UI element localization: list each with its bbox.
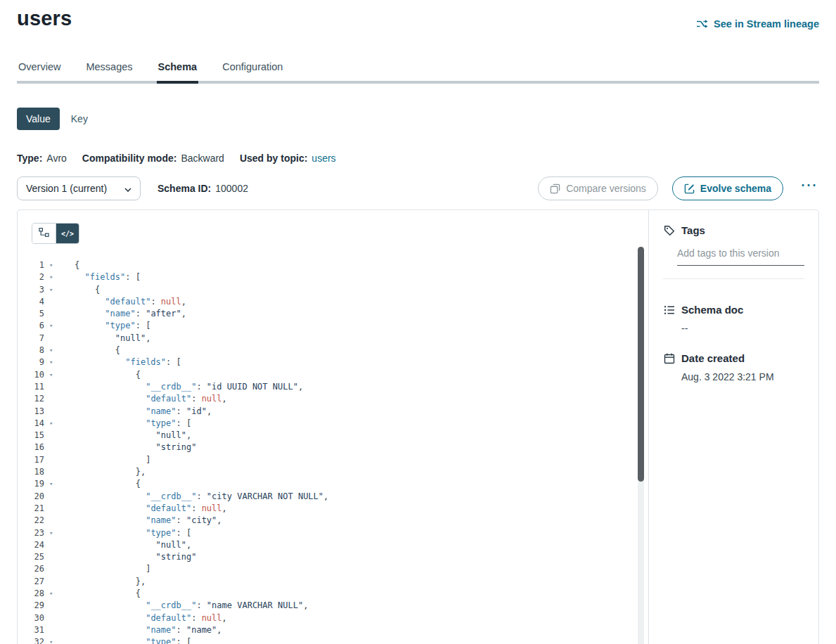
evolve-schema-button[interactable]: Evolve schema	[672, 176, 783, 200]
topic-link[interactable]: users	[311, 153, 335, 164]
code-text: ]	[75, 563, 150, 575]
code-text: "type": [	[75, 418, 191, 430]
edit-icon	[684, 183, 695, 194]
schema-id-value: 100002	[215, 183, 248, 194]
chevron-down-icon	[124, 183, 131, 194]
line-number: 1	[18, 259, 44, 271]
fold-spacer	[49, 600, 59, 612]
tab-messages[interactable]: Messages	[84, 56, 134, 81]
collapse-arrow-icon[interactable]: ▾	[49, 418, 59, 430]
collapse-arrow-icon[interactable]: ▾	[49, 636, 59, 644]
code-line: 21 "default": null,	[18, 503, 648, 515]
date-created-value: Aug. 3 2022 3:21 PM	[681, 371, 804, 382]
version-select[interactable]: Version 1 (current)	[17, 176, 141, 200]
date-created-header: Date created	[663, 352, 804, 364]
line-number: 24	[18, 539, 44, 551]
code-line: 14▾ "type": [	[18, 418, 648, 430]
editor-scrollbar[interactable]	[638, 247, 644, 644]
code-line: 11 "__crdb__": "id UUID NOT NULL",	[18, 381, 648, 393]
code-text: ]	[75, 454, 150, 466]
code-text: "type": [	[75, 527, 191, 539]
fold-spacer	[49, 491, 59, 503]
type-value: Avro	[46, 153, 67, 164]
fold-spacer	[49, 624, 59, 636]
stream-lineage-link[interactable]: See in Stream lineage	[696, 18, 819, 30]
code-text: {	[75, 369, 141, 381]
line-number: 23	[18, 527, 44, 539]
compare-icon	[550, 183, 560, 194]
line-number: 32	[18, 636, 44, 644]
code-text: "default": null,	[75, 296, 186, 308]
code-text: "__crdb__": "city VARCHAR NOT NULL",	[75, 491, 328, 503]
code-text: {	[75, 344, 120, 356]
fold-spacer	[49, 454, 59, 466]
code-line: 30 "default": null,	[18, 612, 648, 624]
code-line: 13 "name": "id",	[18, 406, 648, 418]
code-text: "string"	[75, 551, 196, 563]
schema-meta: Type: Avro Compatibility mode: Backward …	[17, 153, 819, 164]
code-lines: 1▾{2▾ "fields": [3▾ {4 "default": null,5…	[18, 259, 648, 644]
fold-spacer	[49, 296, 59, 308]
tab-schema[interactable]: Schema	[157, 56, 199, 81]
fold-spacer	[49, 612, 59, 624]
code-text: {	[75, 284, 100, 296]
tab-overview[interactable]: Overview	[17, 56, 62, 81]
collapse-arrow-icon[interactable]: ▾	[49, 271, 59, 283]
line-number: 10	[18, 369, 44, 381]
used-by-topic-label: Used by topic:	[240, 153, 307, 164]
code-line: 27 },	[18, 576, 648, 588]
line-number: 6	[18, 320, 44, 332]
code-text: "name": "id",	[75, 406, 212, 418]
code-text: },	[75, 466, 146, 478]
code-line: 9▾ "fields": [	[18, 356, 648, 368]
line-number: 5	[18, 308, 44, 320]
code-line: 10▾ {	[18, 369, 648, 381]
line-number: 31	[18, 624, 44, 636]
code-line: 2▾ "fields": [	[18, 271, 648, 283]
tags-header: Tags	[663, 224, 804, 236]
schema-page: users See in Stream lineage Overview Mes…	[0, 7, 836, 644]
tree-view-button[interactable]	[32, 224, 56, 243]
tab-configuration[interactable]: Configuration	[221, 56, 284, 81]
line-number: 30	[18, 612, 44, 624]
fold-spacer	[49, 393, 59, 405]
fold-spacer	[49, 515, 59, 527]
line-number: 20	[18, 491, 44, 503]
scrollbar-thumb[interactable]	[638, 247, 644, 482]
collapse-arrow-icon[interactable]: ▾	[49, 259, 59, 271]
collapse-arrow-icon[interactable]: ▾	[49, 369, 59, 381]
collapse-arrow-icon[interactable]: ▾	[49, 344, 59, 356]
collapse-arrow-icon[interactable]: ▾	[49, 284, 59, 296]
collapse-arrow-icon[interactable]: ▾	[49, 527, 59, 539]
code-view-button[interactable]: </>	[56, 224, 79, 243]
line-number: 16	[18, 442, 44, 453]
collapse-arrow-icon[interactable]: ▾	[49, 588, 59, 600]
line-number: 11	[18, 381, 44, 393]
schema-doc-value: --	[681, 323, 804, 334]
line-number: 25	[18, 551, 44, 563]
line-number: 12	[18, 393, 44, 405]
code-view-icon: </>	[61, 230, 74, 238]
add-tags-input[interactable]	[677, 246, 804, 266]
stream-lineage-label: See in Stream lineage	[714, 18, 819, 30]
code-text: "fields": [	[75, 356, 181, 368]
more-options-button[interactable]: ⋯	[799, 181, 819, 195]
code-text: "name": "name",	[75, 624, 222, 636]
collapse-arrow-icon[interactable]: ▾	[49, 478, 59, 490]
line-number: 17	[18, 454, 44, 466]
code-line: 4 "default": null,	[18, 296, 648, 308]
schema-doc-header: Schema doc	[663, 304, 804, 316]
line-number: 7	[18, 333, 44, 344]
details-sidebar: Tags Schema doc --	[648, 210, 818, 644]
fold-spacer	[49, 442, 59, 453]
collapse-arrow-icon[interactable]: ▾	[49, 320, 59, 332]
date-created-title: Date created	[681, 352, 745, 364]
code-text: "name": "city",	[75, 515, 222, 527]
line-number: 26	[18, 563, 44, 575]
value-toggle-button[interactable]: Value	[17, 108, 60, 130]
collapse-arrow-icon[interactable]: ▾	[49, 356, 59, 368]
compare-versions-button[interactable]: Compare versions	[538, 176, 658, 200]
key-toggle-button[interactable]: Key	[60, 108, 99, 130]
line-number: 2	[18, 271, 44, 283]
stream-lineage-icon	[696, 19, 709, 29]
